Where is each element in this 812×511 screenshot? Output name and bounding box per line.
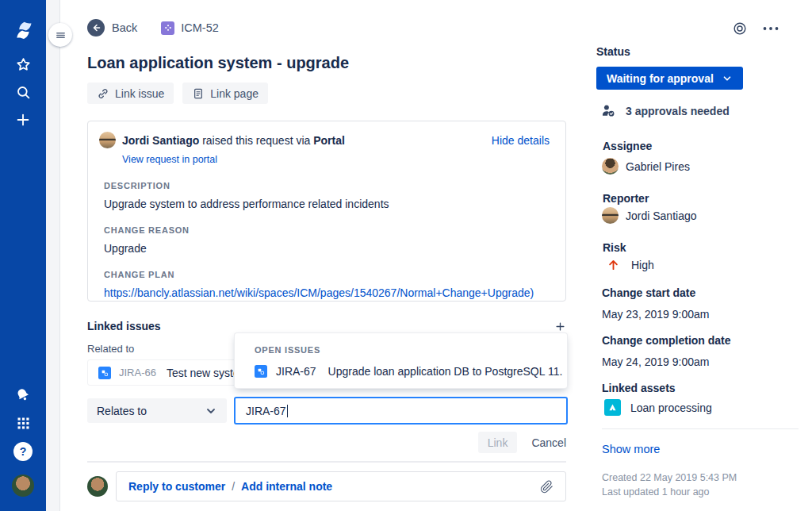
reporter-name: Jordi Santiago: [626, 209, 697, 222]
create-icon[interactable]: [0, 111, 46, 129]
approvals-indicator: 3 approvals needed: [600, 102, 730, 119]
asset-name: Loan processing: [630, 402, 712, 414]
change-start-label: Change start date: [602, 286, 695, 299]
status-label: Status: [596, 45, 630, 58]
linked-asset-item[interactable]: Loan processing: [604, 399, 712, 416]
hide-details-link[interactable]: Hide details: [492, 134, 550, 147]
hamburger-icon: [55, 29, 67, 41]
star-icon[interactable]: [0, 56, 46, 74]
issue-toolbar: [732, 21, 779, 36]
linked-issues-title: Linked issues: [87, 320, 161, 332]
link-issue-icon: [97, 87, 109, 100]
issue-key[interactable]: ICM-52: [181, 21, 219, 34]
updated-timestamp: Last updated 1 hour ago: [602, 486, 710, 498]
jira-issue-view: ? Back ICM-52 Loan appli: [0, 0, 812, 511]
issue-search-value: JIRA-67: [246, 405, 286, 417]
linked-issues-header: Linked issues: [87, 320, 566, 332]
add-internal-note-link[interactable]: Add internal note: [241, 480, 332, 493]
search-icon[interactable]: [0, 83, 46, 102]
show-more-link[interactable]: Show more: [602, 443, 660, 455]
link-page-icon: [192, 87, 205, 100]
risk-label: Risk: [603, 241, 626, 254]
change-plan-link[interactable]: https://bancly.atlassian.net/wiki/spaces…: [104, 286, 550, 299]
page-title: Loan application system - upgrade: [87, 54, 349, 72]
change-completion-value[interactable]: May 24, 2019 9:00am: [602, 355, 709, 368]
avatar: [12, 474, 34, 497]
approvals-text: 3 approvals needed: [626, 105, 730, 117]
change-start-value[interactable]: May 23, 2019 9:00am: [602, 308, 709, 321]
details-panel: Status Waiting for approval 3 approvals …: [584, 0, 812, 511]
field-label: DESCRIPTION: [104, 181, 550, 190]
reporter-name: Jordi Santiago: [122, 134, 199, 147]
reply-to-customer-link[interactable]: Reply to customer: [128, 480, 225, 493]
view-request-link[interactable]: View request in portal: [122, 154, 217, 165]
link-type-value: Relates to: [97, 405, 147, 417]
option-issue-key: JIRA-67: [276, 365, 316, 378]
link-page-label: Link page: [210, 87, 259, 100]
help-glyph: ?: [13, 442, 33, 461]
request-details-card: Jordi Santiago raised this request via P…: [87, 121, 566, 302]
status-value: Waiting for approval: [607, 72, 714, 85]
reporter-value[interactable]: Jordi Santiago: [602, 207, 697, 224]
link-type-select[interactable]: Relates to: [87, 398, 227, 423]
field-label: CHANGE PLAN: [104, 270, 550, 279]
assignee-name: Gabriel Pires: [626, 160, 690, 173]
raised-text: Jordi Santiago raised this request via P…: [122, 134, 345, 147]
raised-mid-text: raised this request via: [202, 134, 310, 147]
option-issue-summary: Upgrade loan application DB to PostgreSQ…: [328, 365, 563, 378]
attach-icon[interactable]: [540, 480, 553, 494]
comment-bar: Reply to customer / Add internal note: [87, 471, 566, 501]
request-raised-row: Jordi Santiago raised this request via P…: [99, 132, 550, 148]
assignee-label: Assignee: [603, 140, 652, 152]
avatar: [602, 158, 619, 175]
comment-separator: /: [232, 480, 235, 493]
dropdown-group-header: OPEN ISSUES: [235, 345, 567, 355]
link-issue-label: Link issue: [115, 87, 164, 100]
risk-arrow-icon: [607, 258, 620, 271]
issue-picker-dropdown: OPEN ISSUES JIRA-67 Upgrade loan applica…: [234, 332, 568, 389]
raised-channel: Portal: [313, 134, 345, 147]
collapsed-project-sidebar: [46, 0, 60, 511]
divider: [87, 461, 566, 463]
divider: [602, 428, 799, 429]
add-link-icon[interactable]: [554, 321, 566, 332]
watch-icon[interactable]: [732, 21, 748, 36]
change-type-glyph: [163, 23, 173, 33]
field-value: Upgrade: [104, 242, 550, 255]
field-label: CHANGE REASON: [104, 225, 550, 235]
link-form-actions: Link Cancel: [87, 432, 566, 453]
issue-type-icon[interactable]: [161, 21, 174, 35]
issue-search-input[interactable]: JIRA-67: [234, 397, 568, 425]
back-button[interactable]: [87, 19, 105, 36]
notifications-icon[interactable]: [0, 386, 46, 404]
comment-input[interactable]: Reply to customer / Add internal note: [116, 471, 566, 501]
profile-avatar[interactable]: [0, 474, 46, 497]
created-timestamp: Created 22 May 2019 5:43 PM: [602, 472, 737, 483]
avatar: [87, 476, 108, 497]
app-switcher-icon[interactable]: [0, 415, 46, 432]
text-cursor: [287, 405, 289, 417]
cancel-button[interactable]: Cancel: [531, 436, 566, 449]
status-button[interactable]: Waiting for approval: [596, 67, 743, 90]
breadcrumb: Back ICM-52: [87, 19, 219, 36]
help-icon[interactable]: ?: [0, 442, 46, 461]
link-group-label: Related to: [87, 343, 134, 355]
expand-sidebar-button[interactable]: [48, 23, 72, 47]
link-page-button[interactable]: Link page: [182, 83, 268, 104]
avatar: [99, 132, 116, 148]
risk-level: High: [631, 259, 654, 271]
task-icon: [98, 367, 111, 379]
approvals-icon: [600, 102, 617, 119]
back-label[interactable]: Back: [112, 21, 137, 34]
global-sidebar: ?: [0, 0, 46, 511]
reporter-label: Reporter: [603, 192, 649, 205]
link-submit-button[interactable]: Link: [478, 432, 518, 453]
task-icon: [255, 365, 267, 378]
link-issue-button[interactable]: Link issue: [87, 83, 174, 104]
more-actions-icon[interactable]: [762, 21, 779, 36]
app-logo-icon[interactable]: [0, 20, 46, 41]
risk-value[interactable]: High: [607, 258, 654, 271]
issue-actions: Link issue Link page: [87, 83, 268, 104]
dropdown-option[interactable]: JIRA-67 Upgrade loan application DB to P…: [235, 365, 567, 378]
assignee-value[interactable]: Gabriel Pires: [602, 158, 690, 175]
